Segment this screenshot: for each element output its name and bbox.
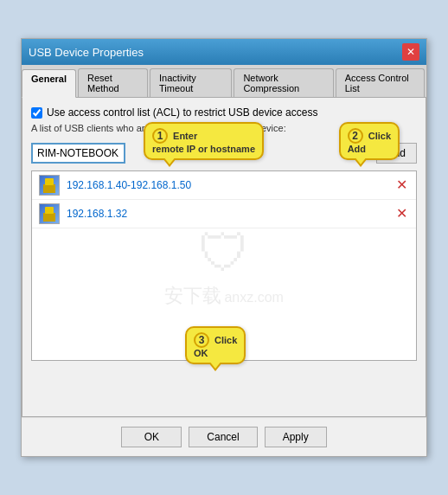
tab-content: 1 Enterremote IP or hostname 2 ClickAdd … — [22, 98, 426, 416]
list-item: 192.168.1.32 ✕ — [32, 200, 416, 228]
bubble-click-ok: 3 ClickOK — [185, 326, 246, 364]
watermark-text: 安下载 — [164, 284, 221, 305]
tab-reset-method[interactable]: Reset Method — [78, 68, 148, 97]
bottom-button-bar: OK Cancel Apply — [22, 417, 426, 456]
usb-device-properties-window: USB Device Properties ✕ General Reset Me… — [21, 38, 427, 456]
acl-checkbox-label: Use access control list (ACL) to restric… — [47, 106, 317, 119]
watermark-icon: 🛡 — [164, 222, 284, 282]
bubble-click-add: 2 ClickAdd — [339, 122, 400, 160]
bubble2-number: 2 — [348, 128, 363, 144]
list-item-label: 192.168.1.40-192.168.1.50 — [67, 179, 394, 191]
tab-bar: General Reset Method Inactivity Timeout … — [22, 65, 426, 98]
list-item-label: 192.168.1.32 — [67, 208, 394, 220]
ok-button[interactable]: OK — [121, 427, 182, 447]
list-item-remove-button[interactable]: ✕ — [394, 205, 409, 222]
tab-inactivity-timeout[interactable]: Inactivity Timeout — [150, 68, 232, 97]
bubble-enter-ip: 1 Enterremote IP or hostname — [144, 122, 264, 160]
close-button[interactable]: ✕ — [402, 43, 419, 61]
window-title: USB Device Properties — [29, 46, 144, 59]
tab-general[interactable]: General — [22, 69, 76, 98]
cancel-button[interactable]: Cancel — [189, 427, 257, 447]
bubble3-number: 3 — [194, 332, 209, 348]
list-item: 192.168.1.40-192.168.1.50 ✕ — [32, 171, 416, 200]
tab-access-control-list[interactable]: Access Control List — [336, 68, 425, 97]
list-item-remove-button[interactable]: ✕ — [394, 177, 409, 194]
watermark: 🛡 安下载 anxz.com — [164, 222, 284, 308]
list-item-icon — [39, 175, 60, 196]
list-item-icon — [39, 203, 60, 224]
title-bar: USB Device Properties ✕ — [22, 39, 426, 65]
acl-checkbox-row: Use access control list (ACL) to restric… — [31, 106, 417, 119]
apply-button[interactable]: Apply — [265, 427, 327, 447]
watermark-subtext: anxz.com — [224, 289, 283, 304]
acl-checkbox[interactable] — [31, 107, 42, 119]
bubble1-number: 1 — [152, 128, 168, 144]
tab-network-compression[interactable]: Network Compression — [234, 68, 333, 97]
ip-combobox[interactable]: RIM-NOTEBOOK — [31, 143, 125, 164]
